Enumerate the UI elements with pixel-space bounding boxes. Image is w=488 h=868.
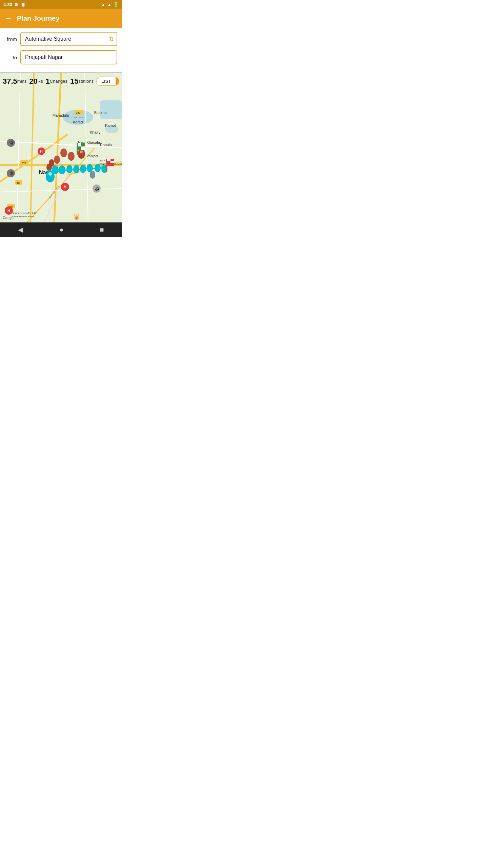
svg-text:🕉: 🕉 [95,186,99,191]
status-right: ▲ ▲ 🔋 [101,2,119,7]
svg-point-56 [80,151,83,153]
svg-text:Bidbina: Bidbina [94,111,107,115]
time-unit: mins [17,79,26,84]
status-left: 4:30 ⚙ 📋 [3,2,26,7]
svg-text:🎓: 🎓 [9,171,15,176]
svg-text:53: 53 [17,181,20,184]
battery-icon: 🔋 [113,2,119,7]
svg-point-72 [102,165,107,170]
view-toggle: LIST MAP [96,77,119,86]
svg-text:Khairy: Khairy [90,130,101,134]
to-label: to [5,55,17,60]
swap-icon[interactable]: ⇅ [109,35,114,43]
svg-text:Ranala: Ranala [100,143,112,147]
stats-bar: 37.5 mins 20 Rs 1 Changes 15 stations LI… [0,77,122,86]
svg-rect-3 [100,100,122,119]
svg-text:Mahadula: Mahadula [53,113,69,117]
nav-recent-button[interactable]: ■ [100,226,104,234]
svg-text:Aklim Hazrat Baba...: Aklim Hazrat Baba... [12,215,37,218]
nav-home-button[interactable]: ● [59,226,63,234]
svg-text:🕌: 🕌 [73,213,80,220]
svg-point-70 [95,164,100,169]
to-row: to [5,50,117,64]
back-button[interactable]: ← [5,14,12,23]
svg-text:H: H [7,209,10,213]
stations-unit: stations [78,79,94,84]
svg-point-58 [53,165,58,171]
svg-point-53 [47,164,52,169]
svg-text:H: H [40,149,43,153]
map-view-button[interactable]: MAP [116,77,119,85]
svg-point-45 [61,149,66,154]
app-bar: ← Plan Journey [0,9,122,28]
svg-point-66 [81,165,85,170]
signal-icon: ▲ [107,2,111,7]
journey-changes: 1 [46,77,50,86]
nav-back-button[interactable]: ◀ [18,225,23,234]
svg-point-51 [49,159,54,164]
to-input[interactable] [20,50,117,64]
svg-text:Kampt: Kampt [105,123,116,127]
svg-text:248: 248 [22,161,26,164]
journey-stations: 15 [70,77,78,86]
list-view-button[interactable]: LIST [97,77,116,85]
bottom-nav: ◀ ● ■ [0,222,122,237]
svg-text:247: 247 [76,111,81,114]
settings-icon: ⚙ [14,2,18,7]
cost-unit: Rs [38,79,43,84]
svg-text:Shahenshah-E-Hafte: Shahenshah-E-Hafte [12,212,37,215]
svg-text:Vanjari: Vanjari [86,154,98,158]
from-row: from ⇅ [5,32,117,46]
svg-point-68 [87,164,92,169]
svg-rect-83 [107,159,110,161]
journey-cost: 20 [29,77,37,86]
svg-text:Ash Pond: Ash Pond [74,117,83,119]
journey-form: from ⇅ to [0,28,122,73]
svg-point-77 [48,172,52,176]
svg-point-49 [55,156,59,160]
svg-point-62 [67,165,72,170]
time-display: 4:30 [3,2,12,7]
journey-time: 37.5 [3,77,17,86]
google-logo: Google [3,216,14,220]
from-label: from [5,36,17,42]
app-bar-title: Plan Journey [17,15,60,22]
from-input-wrapper: ⇅ [20,32,117,46]
svg-rect-80 [81,146,85,150]
map-container: Ash Pond Kamptee Rd 247 248 255 [0,73,122,222]
changes-unit: Changes [50,79,67,84]
wifi-icon: ▲ [101,2,105,7]
svg-point-60 [59,165,65,171]
to-input-wrapper [20,50,117,64]
svg-text:H: H [64,185,66,189]
svg-point-74 [90,171,95,176]
svg-rect-79 [77,143,81,146]
map-background: Ash Pond Kamptee Rd 247 248 255 [0,73,122,222]
from-input[interactable] [20,32,117,46]
svg-point-64 [74,165,79,170]
svg-text:Koradi: Koradi [73,120,84,124]
svg-rect-84 [110,161,114,163]
status-bar: 4:30 ⚙ 📋 ▲ ▲ 🔋 [0,0,122,9]
svg-text:🎓: 🎓 [9,140,15,146]
svg-point-47 [68,152,74,157]
clipboard-icon: 📋 [20,2,26,7]
